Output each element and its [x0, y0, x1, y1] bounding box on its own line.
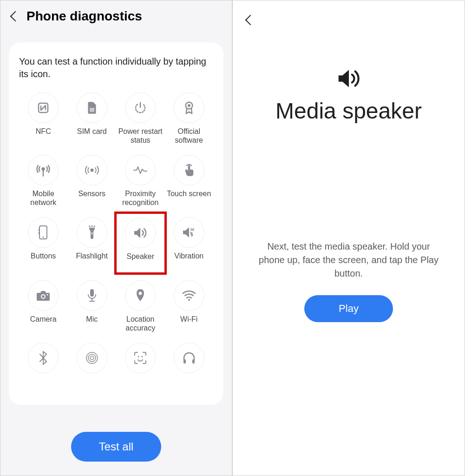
tile-nfc[interactable]: NFC: [19, 91, 68, 147]
tile-label: NFC: [36, 127, 51, 145]
nfc-icon: [28, 93, 59, 123]
header: Phone diagnostics: [0, 0, 232, 28]
intro-text: You can test a function individually by …: [19, 55, 213, 80]
sensors-icon: [77, 155, 107, 185]
footer-fade: Test all: [0, 406, 232, 476]
svg-point-29: [138, 356, 139, 357]
tile-headphone[interactable]: [165, 341, 214, 397]
tile-vibration[interactable]: Vibration: [165, 215, 214, 273]
svg-point-8: [91, 169, 93, 172]
tile-label: Mic: [86, 315, 98, 333]
content: Media speaker Next, test the media speak…: [233, 41, 465, 322]
buttons-icon: [28, 217, 59, 248]
title: Media speaker: [275, 98, 422, 124]
tile-wifi[interactable]: Wi-Fi: [165, 278, 214, 335]
tile-mobile[interactable]: Mobile network: [19, 153, 68, 210]
bluetooth-icon: [28, 343, 59, 373]
svg-rect-31: [183, 359, 186, 364]
tile-buttons[interactable]: Buttons: [19, 215, 68, 273]
tile-fingerprint[interactable]: [68, 341, 117, 397]
headphone-icon: [174, 343, 204, 373]
flashlight-icon: [77, 217, 107, 248]
tile-label: Camera: [30, 315, 57, 333]
tile-speaker[interactable]: Speaker: [114, 212, 167, 275]
tile-label: Speaker: [126, 252, 154, 271]
svg-point-19: [42, 295, 45, 298]
tile-proximity[interactable]: Proximity recognition: [116, 153, 165, 210]
vibration-icon: [174, 217, 204, 248]
svg-rect-10: [39, 229, 39, 231]
tile-official[interactable]: Official software: [165, 91, 214, 147]
tile-face[interactable]: [116, 341, 165, 397]
tile-label: Touch screen: [167, 189, 211, 208]
svg-rect-14: [92, 232, 92, 234]
touch-icon: [174, 155, 204, 185]
page-title: Phone diagnostics: [26, 9, 142, 24]
tile-flashlight[interactable]: Flashlight: [68, 215, 117, 273]
tile-power[interactable]: Power restart status: [116, 91, 165, 147]
wifi-icon: [174, 280, 204, 311]
tile-camera[interactable]: Camera: [19, 278, 68, 335]
svg-rect-11: [39, 232, 39, 234]
test-all-button[interactable]: Test all: [71, 432, 162, 462]
svg-rect-32: [192, 359, 195, 364]
tile-label: Power restart status: [117, 127, 164, 145]
svg-rect-13: [89, 228, 95, 230]
face-icon: [125, 343, 156, 373]
proximity-icon: [125, 155, 156, 185]
tile-label: Mobile network: [20, 189, 67, 208]
location-icon: [125, 280, 156, 311]
sim-icon: [77, 93, 107, 123]
diagnostics-grid: NFC SIM card Power restart status Offici…: [19, 91, 213, 397]
badge-icon: [174, 93, 204, 123]
antenna-icon: [28, 155, 59, 185]
diagnostics-screen: Phone diagnostics You can test a functio…: [0, 0, 232, 476]
svg-rect-21: [90, 289, 94, 297]
speaker-icon: [125, 218, 156, 248]
tile-label: Proximity recognition: [117, 189, 164, 208]
tile-label: Location accuracy: [117, 315, 164, 333]
svg-point-30: [142, 356, 143, 357]
media-speaker-screen: Media speaker Next, test the media speak…: [232, 0, 465, 476]
tile-label: Flashlight: [76, 251, 108, 270]
tile-sensors[interactable]: Sensors: [68, 153, 117, 210]
svg-point-12: [43, 237, 44, 238]
instructions: Next, test the media speaker. Hold your …: [256, 240, 442, 280]
camera-icon: [28, 280, 59, 311]
tile-label: SIM card: [77, 127, 107, 145]
tile-touch[interactable]: Touch screen: [165, 153, 214, 210]
speaker-icon: [336, 67, 362, 90]
svg-point-25: [188, 299, 190, 301]
tile-label: Sensors: [78, 189, 105, 208]
back-icon[interactable]: [245, 13, 253, 26]
tile-location[interactable]: Location accuracy: [116, 278, 165, 335]
power-icon: [125, 93, 156, 123]
tile-label: Buttons: [31, 251, 56, 270]
svg-point-20: [47, 294, 48, 296]
play-button[interactable]: Play: [304, 295, 393, 322]
fingerprint-icon: [77, 343, 107, 373]
mic-icon: [77, 280, 107, 311]
svg-point-24: [139, 292, 142, 295]
tile-bluetooth[interactable]: [19, 341, 68, 397]
tile-mic[interactable]: Mic: [68, 278, 117, 335]
header: [233, 0, 465, 41]
back-icon[interactable]: [10, 10, 18, 23]
tile-label: Vibration: [174, 251, 203, 270]
svg-point-6: [188, 104, 190, 107]
tile-sim[interactable]: SIM card: [68, 91, 117, 147]
tile-label: Official software: [166, 127, 213, 145]
diagnostics-card: You can test a function individually by …: [9, 42, 223, 405]
svg-line-16: [89, 226, 90, 227]
svg-line-17: [94, 226, 95, 227]
tile-label: Wi-Fi: [180, 315, 197, 333]
